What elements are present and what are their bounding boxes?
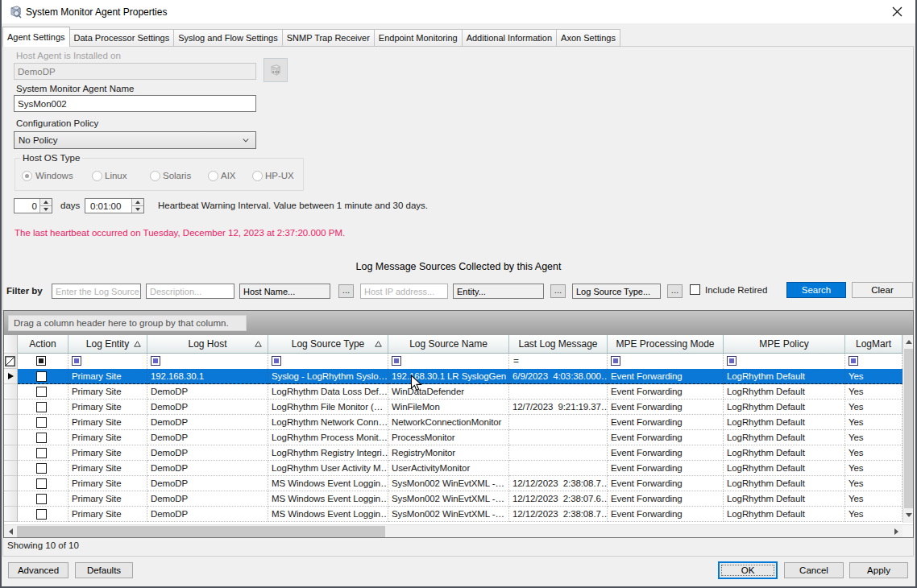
row-checkbox[interactable] (36, 371, 47, 382)
tab-endpoint-monitoring[interactable]: Endpoint Monitoring (375, 29, 463, 47)
cell-mpe-processing-mode: Event Forwarding (608, 507, 724, 522)
interval-spin-up[interactable] (132, 199, 143, 206)
log-sources-title: Log Message Sources Collected by this Ag… (0, 261, 917, 272)
vertical-scroll-thumb[interactable] (904, 349, 913, 508)
tab-additional-information[interactable]: Additional Information (463, 29, 557, 47)
row-header (4, 445, 18, 461)
row-checkbox[interactable] (36, 433, 47, 443)
row-checkbox[interactable] (36, 509, 47, 520)
search-button[interactable]: Search (786, 282, 846, 298)
cell-last-log-message: 6/9/2023 4:03:38.000… (509, 369, 608, 384)
row-checkbox[interactable] (36, 463, 47, 474)
table-row[interactable]: Primary SiteDemoDPMS Windows Event Loggi… (4, 507, 902, 522)
scroll-up-arrow[interactable] (903, 335, 914, 349)
column-header-log-source-type[interactable]: Log Source Type (268, 335, 388, 354)
filter-cell-log-entity[interactable] (68, 354, 147, 369)
host-name-filter-field[interactable]: Host Name... (239, 284, 330, 299)
column-header-mpe-policy[interactable]: MPE Policy (724, 335, 845, 354)
radio-windows[interactable] (22, 171, 32, 181)
radio-linux[interactable] (92, 171, 102, 181)
filter-cell-last-log-message[interactable]: = (509, 354, 608, 369)
horizontal-scroll-thumb[interactable] (17, 526, 385, 537)
column-header-logmart[interactable]: LogMart (845, 335, 902, 354)
filter-cell-log-source-name[interactable] (388, 354, 509, 369)
cancel-button[interactable]: Cancel (784, 562, 844, 578)
log-source-type-browse-button[interactable]: ... (667, 284, 683, 298)
filter-cell-action[interactable] (18, 354, 68, 369)
row-checkbox[interactable] (36, 494, 47, 504)
radio-hp-ux[interactable] (252, 171, 263, 181)
scroll-right-arrow[interactable] (890, 525, 902, 538)
advanced-button[interactable]: Advanced (8, 562, 68, 578)
config-policy-select[interactable]: No Policy (14, 131, 256, 149)
agent-name-field[interactable]: SysMon002 (14, 95, 256, 112)
row-checkbox[interactable] (36, 448, 47, 458)
row-checkbox[interactable] (36, 387, 47, 397)
column-header-log-source-name[interactable]: Log Source Name (388, 335, 509, 354)
vertical-scrollbar[interactable] (902, 335, 913, 523)
table-row[interactable]: Primary SiteDemoDPLogRhythm File Monitor… (4, 400, 902, 415)
filter-icon-inner (274, 358, 279, 363)
filter-cell-logmart[interactable] (845, 354, 902, 369)
filter-cell-log-host[interactable] (147, 354, 268, 369)
radio-solaris[interactable] (150, 171, 160, 181)
log-source-filter-input[interactable]: Enter the Log Source (52, 284, 141, 299)
tab-axon-settings[interactable]: Axon Settings (557, 29, 620, 47)
filter-cell-mpe-policy[interactable] (724, 354, 845, 369)
days-spin-down[interactable] (40, 206, 52, 213)
defaults-button[interactable]: Defaults (75, 562, 133, 578)
cell-mpe-processing-mode: Event Forwarding (608, 430, 724, 445)
table-row[interactable]: Primary Site192.168.30.1Syslog - LogRhyt… (4, 369, 902, 384)
radio-aix[interactable] (208, 171, 218, 181)
tab-strip: Agent SettingsData Processor SettingsSys… (2, 27, 620, 47)
ok-button[interactable]: OK (718, 561, 778, 579)
agent-icon-button[interactable] (263, 58, 288, 82)
table-row[interactable]: Primary SiteDemoDPLogRhythm Registry Int… (4, 445, 902, 461)
clear-button[interactable]: Clear (852, 282, 913, 298)
table-row[interactable]: Primary SiteDemoDPMS Windows Event Loggi… (4, 476, 902, 491)
group-by-bar[interactable]: Drag a column header here to group by th… (4, 311, 913, 335)
apply-button[interactable]: Apply (849, 562, 908, 578)
table-row[interactable]: Primary SiteDemoDPLogRhythm Data Loss De… (4, 384, 902, 400)
filter-cell-log-source-type[interactable] (268, 354, 388, 369)
column-header-last-log-message[interactable]: Last Log Message (509, 335, 608, 354)
host-ip-filter-input[interactable]: Host IP address... (360, 284, 448, 299)
table-row[interactable]: Primary SiteDemoDPMS Windows Event Loggi… (4, 491, 902, 507)
heartbeat-interval-stepper[interactable]: 0:01:00 (85, 198, 144, 213)
tab-syslog-and-flow-settings[interactable]: Syslog and Flow Settings (174, 29, 283, 47)
days-spin-up[interactable] (40, 199, 52, 206)
entity-filter-field[interactable]: Entity... (453, 284, 544, 299)
description-filter-input[interactable]: Description... (146, 284, 234, 299)
tab-data-processor-settings[interactable]: Data Processor Settings (70, 29, 175, 47)
heartbeat-days-stepper[interactable]: 0 (14, 198, 52, 213)
cell-log-source-name: UserActivityMonitor (388, 461, 509, 476)
cell-log-host: DemoDP (147, 476, 268, 491)
close-button[interactable] (885, 3, 909, 20)
column-header-log-host[interactable]: Log Host (147, 335, 268, 354)
filter-cell-mpe-processing-mode[interactable] (608, 354, 724, 369)
column-header-action[interactable]: Action (18, 335, 68, 354)
tab-snmp-trap-receiver[interactable]: SNMP Trap Receiver (283, 29, 375, 47)
tab-agent-settings[interactable]: Agent Settings (2, 27, 70, 47)
table-row[interactable]: Primary SiteDemoDPLogRhythm Network Conn… (4, 415, 902, 430)
row-checkbox[interactable] (36, 402, 47, 412)
interval-spin-down[interactable] (132, 206, 143, 213)
horizontal-scrollbar[interactable] (4, 524, 902, 537)
table-row[interactable]: Primary SiteDemoDPLogRhythm Process Moni… (4, 430, 902, 445)
filter-icon (72, 356, 81, 366)
cell-log-source-name: SysMon002 WinEvtXML -… (388, 491, 509, 507)
entity-browse-button[interactable]: ... (550, 284, 566, 298)
table-row[interactable]: Primary SiteDemoDPLogRhythm User Activit… (4, 461, 902, 476)
row-checkbox[interactable] (36, 478, 47, 489)
scroll-left-arrow[interactable] (4, 525, 17, 538)
column-header-mpe-processing-mode[interactable]: MPE Processing Mode (608, 335, 724, 354)
log-source-type-filter-field[interactable]: Log Source Type... (572, 284, 661, 299)
column-header-log-entity[interactable]: Log Entity (68, 335, 147, 354)
include-retired-checkbox[interactable] (690, 284, 700, 295)
cell-logmart: Yes (845, 476, 902, 491)
cell-log-host: DemoDP (147, 400, 268, 415)
row-checkbox[interactable] (36, 417, 47, 428)
scroll-down-arrow[interactable] (903, 508, 914, 522)
cell-log-source-name: NetworkConnectionMonitor (388, 415, 509, 430)
host-name-browse-button[interactable]: ... (338, 284, 354, 298)
